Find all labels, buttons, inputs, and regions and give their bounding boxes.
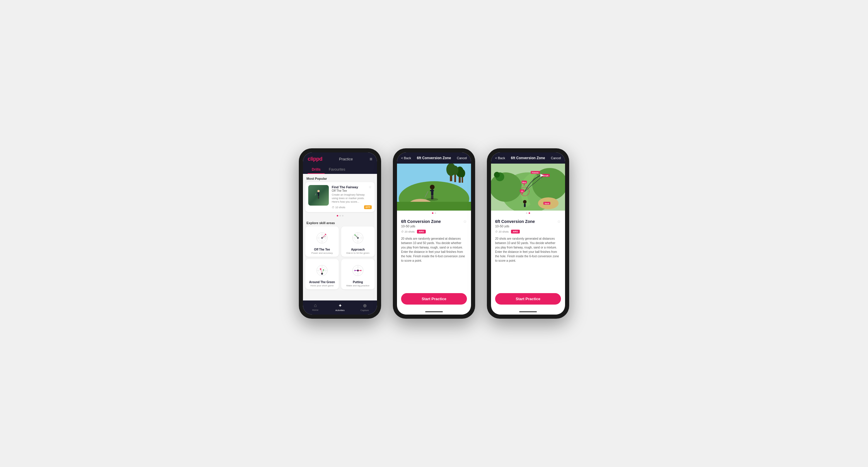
- arg-icon-svg: [313, 263, 331, 279]
- drill-map: Miss Hit Fairway Rough Sand: [491, 164, 565, 210]
- shots-info: ⏱ 10 shots: [332, 206, 345, 209]
- phone-3: < Back 6ft Conversion Zone Cancel: [487, 148, 569, 319]
- popular-card-image: [308, 185, 329, 206]
- start-practice-button-3[interactable]: Start Practice: [495, 293, 561, 305]
- bottom-nav: ⌂ Home ✦ Activities ⊕ Capture: [303, 300, 377, 314]
- phone2-title: 6ft Conversion Zone: [417, 156, 451, 160]
- phone3-detail-content: 6ft Conversion Zone 10-50 yds ☆ ⏱ 20 sho…: [491, 215, 565, 290]
- popular-card[interactable]: Find The Fairway Off The Tee Create an i…: [305, 182, 375, 212]
- img-dot-3-1: [526, 212, 527, 214]
- phone2-header: < Back 6ft Conversion Zone Cancel: [397, 153, 471, 164]
- back-button-2[interactable]: < Back: [401, 156, 411, 160]
- drill-meta-2: ⏱ 20 shots ARG: [401, 230, 467, 234]
- detail-star-2[interactable]: ☆: [463, 219, 467, 224]
- capture-icon: ⊕: [363, 303, 367, 308]
- golf-map-svg: Miss Hit Fairway Rough Sand: [491, 164, 565, 210]
- phone3-title: 6ft Conversion Zone: [511, 156, 545, 160]
- cancel-button-2[interactable]: Cancel: [457, 156, 467, 160]
- card-footer: ⏱ 10 shots OTT: [332, 205, 372, 209]
- drill-name-3-container: 6ft Conversion Zone 10-50 yds: [495, 219, 535, 230]
- drill-info-3: 6ft Conversion Zone 10-50 yds ☆ ⏱ 20 sho…: [491, 215, 565, 266]
- skill-card-arg[interactable]: Around The Green Hone your short game: [305, 259, 339, 289]
- phones-container: clippd Practice ≡ Drills Favourites Most…: [299, 148, 569, 319]
- image-dots-3: [491, 210, 565, 215]
- capture-label: Capture: [361, 309, 369, 312]
- start-practice-button-2[interactable]: Start Practice: [401, 293, 467, 305]
- home-icon: ⌂: [314, 303, 317, 308]
- home-indicator-2: [425, 311, 443, 312]
- ott-badge: OTT: [364, 205, 372, 209]
- image-dots-2: [397, 210, 471, 215]
- drill-desc-3: 20 shots are randomly generated at dista…: [495, 236, 561, 263]
- tab-favourites[interactable]: Favourites: [325, 165, 349, 174]
- svg-point-50: [459, 169, 465, 177]
- svg-rect-3: [318, 196, 318, 199]
- star-icon[interactable]: ☆: [369, 185, 372, 189]
- drill-photo: [397, 164, 471, 210]
- bottom-bar-2: [397, 309, 471, 314]
- drill-desc-2: 20 shots are randomly generated at dista…: [401, 236, 467, 263]
- skill-arg-name: Around The Green: [309, 280, 335, 284]
- nav-activities[interactable]: ✦ Activities: [328, 303, 352, 312]
- svg-point-66: [494, 172, 500, 178]
- golfer-icon: [314, 189, 323, 201]
- explore-label: Explore skill areas: [303, 218, 377, 227]
- phone-3-screen: < Back 6ft Conversion Zone Cancel: [491, 153, 565, 314]
- golf-photo: [308, 185, 329, 206]
- arg-badge-2: ARG: [417, 230, 426, 234]
- tab-drills[interactable]: Drills: [308, 165, 325, 174]
- arg-badge-3: ARG: [511, 230, 520, 234]
- svg-point-48: [452, 166, 458, 175]
- svg-rect-55: [430, 190, 434, 191]
- phone-1: clippd Practice ≡ Drills Favourites Most…: [299, 148, 381, 319]
- back-button-3[interactable]: < Back: [495, 156, 505, 160]
- approach-icon: [349, 230, 367, 246]
- phone-2: < Back 6ft Conversion Zone Cancel: [393, 148, 475, 319]
- activities-icon: ✦: [338, 303, 342, 308]
- dot-3: [342, 215, 343, 216]
- most-popular-label: Most Popular: [303, 174, 377, 182]
- drill-range-3: 10-50 yds: [495, 224, 535, 228]
- phone-1-screen: clippd Practice ≡ Drills Favourites Most…: [303, 153, 377, 314]
- img-dot-1: [432, 212, 433, 214]
- cancel-button-3[interactable]: Cancel: [551, 156, 561, 160]
- skill-approach-desc: Dial-in to hit the green: [346, 252, 369, 254]
- arg-icon: [313, 263, 331, 279]
- nav-home[interactable]: ⌂ Home: [303, 303, 328, 312]
- clock-icon-2: ⏱: [401, 230, 404, 233]
- phone1-header: clippd Practice ≡ Drills Favourites: [303, 153, 377, 174]
- card-title: Find The Fairway: [332, 185, 372, 189]
- svg-line-21: [355, 236, 358, 238]
- menu-icon[interactable]: ≡: [370, 157, 372, 162]
- skill-grid: Off The Tee Power and accuracy: [303, 227, 377, 292]
- drill-name-row-2: 6ft Conversion Zone 10-50 yds ☆: [401, 219, 467, 230]
- svg-point-23: [354, 234, 355, 236]
- shots-badge-2: ⏱ 20 shots: [401, 230, 414, 233]
- phone2-detail-content: 6ft Conversion Zone 10-50 yds ☆ ⏱ 20 sho…: [397, 215, 471, 290]
- skill-ott-desc: Power and accuracy: [311, 252, 333, 254]
- nav-capture[interactable]: ⊕ Capture: [352, 303, 377, 312]
- svg-text:Miss: Miss: [522, 181, 526, 183]
- svg-text:Fairway: Fairway: [532, 172, 539, 174]
- bottom-bar-3: [491, 309, 565, 314]
- img-dot-2: [435, 212, 436, 214]
- skill-card-approach[interactable]: Approach Dial-in to hit the green: [341, 227, 375, 257]
- svg-point-0: [317, 190, 320, 192]
- skill-card-putting[interactable]: Putting Make and lag practice: [341, 259, 375, 289]
- phone1-content: Most Popular: [303, 174, 377, 300]
- drill-name-2-container: 6ft Conversion Zone 10-50 yds: [401, 219, 441, 230]
- dot-2: [339, 215, 341, 216]
- card-dots: [303, 213, 377, 218]
- phone-2-screen: < Back 6ft Conversion Zone Cancel: [397, 153, 471, 314]
- skill-putting-desc: Make and lag practice: [346, 284, 369, 287]
- putting-icon-svg: [349, 263, 367, 279]
- skill-putting-name: Putting: [353, 280, 363, 284]
- skill-card-ott[interactable]: Off The Tee Power and accuracy: [305, 227, 339, 257]
- svg-text:Rough: Rough: [543, 175, 549, 176]
- svg-rect-4: [318, 196, 319, 199]
- clock-icon: ⏱: [332, 206, 334, 209]
- drill-name-3: 6ft Conversion Zone: [495, 219, 535, 224]
- detail-star-3[interactable]: ☆: [557, 219, 561, 224]
- tabs-row: Drills Favourites: [308, 165, 372, 174]
- svg-rect-59: [397, 202, 471, 210]
